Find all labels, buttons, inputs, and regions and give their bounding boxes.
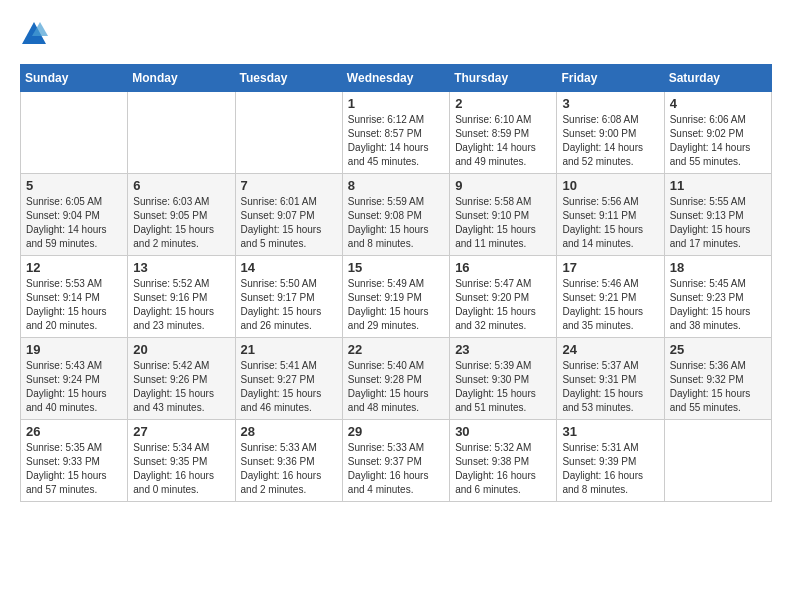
calendar-cell: 24Sunrise: 5:37 AM Sunset: 9:31 PM Dayli… (557, 338, 664, 420)
header-day-saturday: Saturday (664, 65, 771, 92)
calendar-cell: 15Sunrise: 5:49 AM Sunset: 9:19 PM Dayli… (342, 256, 449, 338)
calendar-cell: 23Sunrise: 5:39 AM Sunset: 9:30 PM Dayli… (450, 338, 557, 420)
header-day-friday: Friday (557, 65, 664, 92)
logo (20, 20, 52, 48)
day-info: Sunrise: 6:01 AM Sunset: 9:07 PM Dayligh… (241, 195, 337, 251)
calendar-cell: 14Sunrise: 5:50 AM Sunset: 9:17 PM Dayli… (235, 256, 342, 338)
calendar-cell: 27Sunrise: 5:34 AM Sunset: 9:35 PM Dayli… (128, 420, 235, 502)
calendar-cell: 5Sunrise: 6:05 AM Sunset: 9:04 PM Daylig… (21, 174, 128, 256)
day-info: Sunrise: 5:58 AM Sunset: 9:10 PM Dayligh… (455, 195, 551, 251)
day-info: Sunrise: 5:59 AM Sunset: 9:08 PM Dayligh… (348, 195, 444, 251)
day-number: 9 (455, 178, 551, 193)
day-info: Sunrise: 5:39 AM Sunset: 9:30 PM Dayligh… (455, 359, 551, 415)
day-number: 4 (670, 96, 766, 111)
calendar-cell: 18Sunrise: 5:45 AM Sunset: 9:23 PM Dayli… (664, 256, 771, 338)
page-header (20, 20, 772, 48)
day-number: 13 (133, 260, 229, 275)
day-info: Sunrise: 6:03 AM Sunset: 9:05 PM Dayligh… (133, 195, 229, 251)
calendar-cell (21, 92, 128, 174)
calendar-cell (664, 420, 771, 502)
day-info: Sunrise: 5:36 AM Sunset: 9:32 PM Dayligh… (670, 359, 766, 415)
day-info: Sunrise: 5:56 AM Sunset: 9:11 PM Dayligh… (562, 195, 658, 251)
calendar-cell: 13Sunrise: 5:52 AM Sunset: 9:16 PM Dayli… (128, 256, 235, 338)
day-number: 5 (26, 178, 122, 193)
calendar-cell: 28Sunrise: 5:33 AM Sunset: 9:36 PM Dayli… (235, 420, 342, 502)
day-info: Sunrise: 5:45 AM Sunset: 9:23 PM Dayligh… (670, 277, 766, 333)
calendar-week-5: 26Sunrise: 5:35 AM Sunset: 9:33 PM Dayli… (21, 420, 772, 502)
day-info: Sunrise: 5:50 AM Sunset: 9:17 PM Dayligh… (241, 277, 337, 333)
calendar-week-4: 19Sunrise: 5:43 AM Sunset: 9:24 PM Dayli… (21, 338, 772, 420)
calendar-cell: 16Sunrise: 5:47 AM Sunset: 9:20 PM Dayli… (450, 256, 557, 338)
logo-icon (20, 20, 48, 48)
calendar-header: SundayMondayTuesdayWednesdayThursdayFrid… (21, 65, 772, 92)
calendar-cell: 1Sunrise: 6:12 AM Sunset: 8:57 PM Daylig… (342, 92, 449, 174)
day-info: Sunrise: 5:55 AM Sunset: 9:13 PM Dayligh… (670, 195, 766, 251)
day-info: Sunrise: 5:49 AM Sunset: 9:19 PM Dayligh… (348, 277, 444, 333)
day-number: 11 (670, 178, 766, 193)
day-info: Sunrise: 6:12 AM Sunset: 8:57 PM Dayligh… (348, 113, 444, 169)
day-number: 24 (562, 342, 658, 357)
calendar-week-1: 1Sunrise: 6:12 AM Sunset: 8:57 PM Daylig… (21, 92, 772, 174)
header-day-wednesday: Wednesday (342, 65, 449, 92)
day-info: Sunrise: 6:10 AM Sunset: 8:59 PM Dayligh… (455, 113, 551, 169)
header-day-thursday: Thursday (450, 65, 557, 92)
day-number: 6 (133, 178, 229, 193)
day-number: 23 (455, 342, 551, 357)
day-number: 1 (348, 96, 444, 111)
calendar-table: SundayMondayTuesdayWednesdayThursdayFrid… (20, 64, 772, 502)
calendar-cell: 29Sunrise: 5:33 AM Sunset: 9:37 PM Dayli… (342, 420, 449, 502)
day-number: 28 (241, 424, 337, 439)
calendar-week-2: 5Sunrise: 6:05 AM Sunset: 9:04 PM Daylig… (21, 174, 772, 256)
day-info: Sunrise: 5:52 AM Sunset: 9:16 PM Dayligh… (133, 277, 229, 333)
day-info: Sunrise: 5:32 AM Sunset: 9:38 PM Dayligh… (455, 441, 551, 497)
day-info: Sunrise: 5:53 AM Sunset: 9:14 PM Dayligh… (26, 277, 122, 333)
day-info: Sunrise: 5:34 AM Sunset: 9:35 PM Dayligh… (133, 441, 229, 497)
calendar-cell: 30Sunrise: 5:32 AM Sunset: 9:38 PM Dayli… (450, 420, 557, 502)
header-day-monday: Monday (128, 65, 235, 92)
day-info: Sunrise: 5:37 AM Sunset: 9:31 PM Dayligh… (562, 359, 658, 415)
day-info: Sunrise: 6:05 AM Sunset: 9:04 PM Dayligh… (26, 195, 122, 251)
calendar-cell: 10Sunrise: 5:56 AM Sunset: 9:11 PM Dayli… (557, 174, 664, 256)
day-number: 19 (26, 342, 122, 357)
day-number: 27 (133, 424, 229, 439)
day-number: 22 (348, 342, 444, 357)
header-row: SundayMondayTuesdayWednesdayThursdayFrid… (21, 65, 772, 92)
day-info: Sunrise: 6:08 AM Sunset: 9:00 PM Dayligh… (562, 113, 658, 169)
day-number: 18 (670, 260, 766, 275)
day-number: 14 (241, 260, 337, 275)
day-number: 3 (562, 96, 658, 111)
calendar-cell: 20Sunrise: 5:42 AM Sunset: 9:26 PM Dayli… (128, 338, 235, 420)
calendar-cell: 22Sunrise: 5:40 AM Sunset: 9:28 PM Dayli… (342, 338, 449, 420)
calendar-cell: 7Sunrise: 6:01 AM Sunset: 9:07 PM Daylig… (235, 174, 342, 256)
day-number: 26 (26, 424, 122, 439)
calendar-cell: 3Sunrise: 6:08 AM Sunset: 9:00 PM Daylig… (557, 92, 664, 174)
calendar-cell: 19Sunrise: 5:43 AM Sunset: 9:24 PM Dayli… (21, 338, 128, 420)
calendar-cell: 2Sunrise: 6:10 AM Sunset: 8:59 PM Daylig… (450, 92, 557, 174)
calendar-cell: 11Sunrise: 5:55 AM Sunset: 9:13 PM Dayli… (664, 174, 771, 256)
calendar-week-3: 12Sunrise: 5:53 AM Sunset: 9:14 PM Dayli… (21, 256, 772, 338)
calendar-cell (235, 92, 342, 174)
day-number: 21 (241, 342, 337, 357)
calendar-cell (128, 92, 235, 174)
day-number: 2 (455, 96, 551, 111)
day-info: Sunrise: 6:06 AM Sunset: 9:02 PM Dayligh… (670, 113, 766, 169)
day-info: Sunrise: 5:42 AM Sunset: 9:26 PM Dayligh… (133, 359, 229, 415)
day-number: 7 (241, 178, 337, 193)
day-info: Sunrise: 5:35 AM Sunset: 9:33 PM Dayligh… (26, 441, 122, 497)
day-number: 8 (348, 178, 444, 193)
calendar-cell: 17Sunrise: 5:46 AM Sunset: 9:21 PM Dayli… (557, 256, 664, 338)
calendar-body: 1Sunrise: 6:12 AM Sunset: 8:57 PM Daylig… (21, 92, 772, 502)
calendar-cell: 25Sunrise: 5:36 AM Sunset: 9:32 PM Dayli… (664, 338, 771, 420)
day-info: Sunrise: 5:46 AM Sunset: 9:21 PM Dayligh… (562, 277, 658, 333)
day-info: Sunrise: 5:47 AM Sunset: 9:20 PM Dayligh… (455, 277, 551, 333)
calendar-cell: 9Sunrise: 5:58 AM Sunset: 9:10 PM Daylig… (450, 174, 557, 256)
day-info: Sunrise: 5:31 AM Sunset: 9:39 PM Dayligh… (562, 441, 658, 497)
calendar-cell: 26Sunrise: 5:35 AM Sunset: 9:33 PM Dayli… (21, 420, 128, 502)
day-info: Sunrise: 5:40 AM Sunset: 9:28 PM Dayligh… (348, 359, 444, 415)
day-info: Sunrise: 5:33 AM Sunset: 9:36 PM Dayligh… (241, 441, 337, 497)
calendar-cell: 8Sunrise: 5:59 AM Sunset: 9:08 PM Daylig… (342, 174, 449, 256)
day-number: 12 (26, 260, 122, 275)
day-info: Sunrise: 5:41 AM Sunset: 9:27 PM Dayligh… (241, 359, 337, 415)
header-day-tuesday: Tuesday (235, 65, 342, 92)
day-info: Sunrise: 5:33 AM Sunset: 9:37 PM Dayligh… (348, 441, 444, 497)
